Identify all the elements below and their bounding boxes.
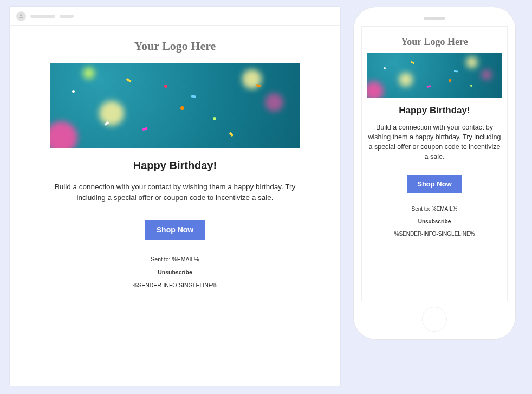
shop-now-button[interactable]: Shop Now xyxy=(407,175,462,193)
desktop-email-body: Your Logo Here Happy Birthday! Build a xyxy=(10,26,340,302)
desktop-preview: Your Logo Here Happy Birthday! Build a xyxy=(10,7,340,386)
sent-to-text: Sent to: %EMAIL% xyxy=(367,206,502,212)
headline: Happy Birthday! xyxy=(367,105,502,116)
placeholder-line xyxy=(60,15,74,18)
hero-image xyxy=(367,53,502,98)
unsubscribe-link[interactable]: Unsubscribe xyxy=(158,269,192,275)
sender-info-text: %SENDER-INFO-SINGLELINE% xyxy=(28,282,322,288)
user-icon xyxy=(16,11,26,21)
headline: Happy Birthday! xyxy=(28,159,322,172)
sender-info-text: %SENDER-INFO-SINGLELINE% xyxy=(367,231,502,237)
unsubscribe-link[interactable]: Unsubscribe xyxy=(418,218,451,224)
logo-text: Your Logo Here xyxy=(28,39,322,53)
hero-image xyxy=(50,63,300,148)
body-copy: Build a connection with your contact by … xyxy=(48,182,302,203)
email-footer: Sent to: %EMAIL% Unsubscribe %SENDER-INF… xyxy=(28,256,322,288)
email-footer: Sent to: %EMAIL% Unsubscribe %SENDER-INF… xyxy=(367,206,502,237)
phone-speaker xyxy=(424,17,445,20)
mobile-preview: Your Logo Here Happy Birthday! Build a c… xyxy=(353,7,516,340)
mobile-email-body: Your Logo Here Happy Birthday! Build a c… xyxy=(361,26,508,301)
body-copy: Build a connection with your contact by … xyxy=(367,122,502,162)
desktop-preview-header xyxy=(10,7,340,26)
logo-text: Your Logo Here xyxy=(367,36,502,48)
placeholder-line xyxy=(30,15,55,18)
shop-now-button[interactable]: Shop Now xyxy=(145,220,205,240)
sent-to-text: Sent to: %EMAIL% xyxy=(28,256,322,262)
phone-home-button xyxy=(422,307,447,332)
